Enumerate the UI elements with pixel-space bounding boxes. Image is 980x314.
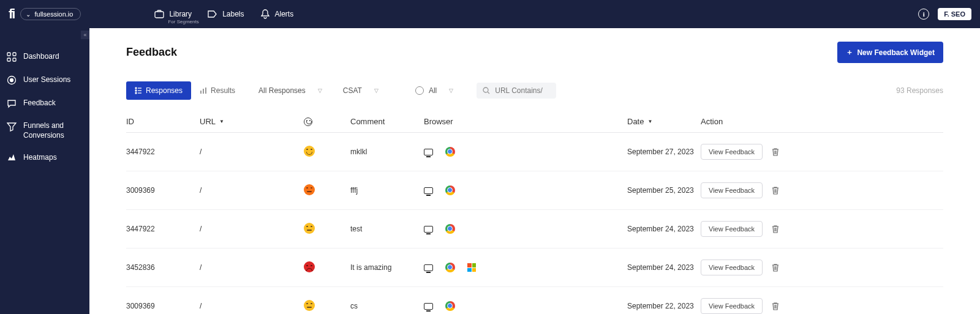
view-feedback-button[interactable]: View Feedback — [701, 144, 763, 160]
tab-results[interactable]: Results — [191, 81, 244, 100]
cell-browser — [424, 185, 627, 195]
filter-all-responses[interactable]: All Responses ▽ — [252, 83, 328, 99]
view-feedback-button[interactable]: View Feedback — [701, 221, 763, 237]
sidebar-item-user-sessions[interactable]: User Sessions — [0, 69, 89, 92]
windows-icon — [467, 263, 476, 272]
cell-id: 3009369 — [126, 302, 200, 310]
filter-mood[interactable]: All ▽ — [409, 83, 459, 99]
cell-comment: cs — [350, 302, 424, 310]
cell-url: / — [200, 186, 304, 195]
trash-icon[interactable] — [771, 148, 780, 156]
filter-label: CSAT — [343, 86, 362, 95]
table-row: 3009369/fffjSeptember 25, 2023View Feedb… — [126, 171, 943, 210]
sidebar-item-label: Heatmaps — [23, 153, 57, 163]
cell-comment: test — [350, 225, 424, 233]
cell-mood — [304, 261, 350, 274]
top-nav: Library For Segments Labels Alerts — [154, 9, 293, 19]
cell-date: September 27, 2023 — [627, 148, 701, 156]
filter-csat[interactable]: CSAT ▽ — [337, 83, 385, 99]
svg-point-9 — [135, 90, 137, 91]
cell-url: / — [200, 148, 304, 156]
trash-icon[interactable] — [771, 263, 780, 272]
view-feedback-button[interactable]: View Feedback — [701, 260, 763, 275]
library-icon — [154, 9, 164, 19]
desktop-icon — [424, 264, 433, 271]
label-icon — [208, 9, 217, 19]
svg-point-11 — [135, 92, 137, 94]
svg-line-17 — [488, 92, 489, 94]
view-feedback-button[interactable]: View Feedback — [701, 182, 763, 198]
cell-date: September 22, 2023 — [627, 302, 701, 310]
sidebar-item-dashboard[interactable]: Dashboard — [0, 45, 89, 69]
sidebar-item-heatmaps[interactable]: Heatmaps — [0, 146, 89, 170]
col-id[interactable]: ID — [126, 117, 200, 126]
response-count: 93 Responses — [896, 86, 943, 95]
filter-label: All — [429, 86, 437, 95]
url-search-input[interactable] — [495, 86, 550, 95]
desktop-icon — [424, 149, 433, 155]
nav-library[interactable]: Library For Segments — [154, 9, 192, 19]
new-feedback-widget-button[interactable]: ＋ New Feedback Widget — [837, 42, 943, 63]
view-feedback-button[interactable]: View Feedback — [701, 298, 763, 314]
page-title: Feedback — [126, 46, 177, 59]
desktop-icon — [424, 303, 433, 310]
app-logo: fi — [9, 6, 14, 22]
face-icon — [304, 118, 312, 126]
trash-icon[interactable] — [771, 186, 780, 195]
col-mood[interactable] — [304, 118, 350, 126]
search-icon — [483, 87, 490, 94]
grid-icon — [6, 51, 17, 62]
mood-sad-icon — [304, 184, 315, 195]
cell-comment: fffj — [350, 186, 424, 195]
cell-url: / — [200, 263, 304, 272]
apple-icon — [467, 185, 477, 195]
chrome-icon — [445, 263, 455, 272]
cell-action: View Feedback — [701, 298, 823, 314]
cell-id: 3447922 — [126, 148, 200, 156]
cell-id: 3009369 — [126, 186, 200, 195]
col-url[interactable]: URL▼ — [200, 117, 304, 126]
cell-mood — [304, 146, 350, 159]
collapse-sidebar-icon[interactable]: « — [81, 31, 89, 39]
col-browser[interactable]: Browser — [424, 117, 627, 126]
cell-mood — [304, 300, 350, 313]
desktop-icon — [424, 226, 433, 233]
trash-icon[interactable] — [771, 225, 780, 233]
cell-action: View Feedback — [701, 221, 823, 237]
tab-responses[interactable]: Responses — [126, 81, 191, 100]
nav-labels[interactable]: Labels — [208, 9, 244, 19]
org-selector[interactable]: ⌄ fullsession.io — [20, 8, 81, 20]
button-label: New Feedback Widget — [857, 48, 935, 57]
nav-label: Alerts — [275, 10, 294, 18]
cell-mood — [304, 184, 350, 197]
url-search[interactable] — [477, 83, 556, 99]
nav-alerts[interactable]: Alerts — [260, 9, 294, 19]
sidebar-item-label: Funnels and Conversions — [23, 121, 83, 140]
cell-id: 3447922 — [126, 225, 200, 233]
table-row: 3009369/csSeptember 22, 2023View Feedbac… — [126, 287, 943, 314]
info-icon[interactable]: i — [918, 9, 929, 20]
user-badge[interactable]: F. SEO — [938, 8, 971, 20]
apple-icon — [467, 224, 477, 234]
cell-action: View Feedback — [701, 260, 823, 275]
mood-happy-icon — [304, 146, 315, 157]
col-date[interactable]: Date▼ — [627, 117, 701, 126]
filter-bar: Responses Results All Responses ▽ CSAT ▽… — [126, 81, 943, 100]
filter-label: All Responses — [258, 86, 306, 95]
svg-rect-3 — [7, 58, 10, 61]
svg-point-16 — [483, 88, 488, 92]
table-row: 3447922/mklklSeptember 27, 2023View Feed… — [126, 133, 943, 171]
svg-point-6 — [10, 79, 13, 82]
tab-label: Responses — [146, 86, 183, 95]
sidebar-item-feedback[interactable]: Feedback — [0, 92, 89, 115]
svg-rect-13 — [200, 91, 202, 94]
sidebar-item-funnels[interactable]: Funnels and Conversions — [0, 115, 89, 146]
cell-browser — [424, 224, 627, 234]
col-comment[interactable]: Comment — [350, 117, 424, 126]
org-name: fullsession.io — [34, 10, 73, 18]
svg-rect-2 — [13, 53, 16, 56]
chrome-icon — [445, 147, 455, 157]
table-row: 3447922/testSeptember 24, 2023View Feedb… — [126, 210, 943, 249]
cell-browser — [424, 263, 627, 272]
trash-icon[interactable] — [771, 302, 780, 310]
